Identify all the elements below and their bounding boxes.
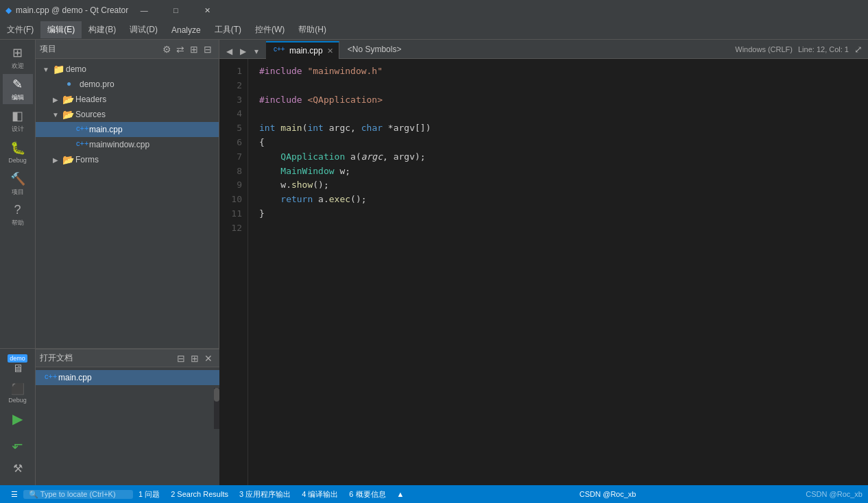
open-docs-scroll-area[interactable] (36, 388, 219, 443)
menu-tools[interactable]: 工具(T) (208, 21, 248, 38)
bottom-icon-demo[interactable]: demo 🖥 (3, 352, 33, 378)
tree-label-demo-pro: demo.pro (80, 79, 114, 89)
app-icon: ◆ (5, 5, 12, 15)
debug-screen-icon: ⬛ (11, 382, 25, 395)
open-doc-label: main.cpp (58, 373, 92, 382)
menu-controls[interactable]: 控件(W) (248, 21, 291, 38)
status-overview[interactable]: 6 概要信息 (343, 489, 391, 500)
folder-icon-demo: 📁 (53, 64, 64, 75)
collapse-button[interactable]: ⊟ (201, 42, 215, 56)
cpp-icon-open: c++ (45, 372, 56, 383)
hammer-icon: ⚒ (13, 462, 23, 475)
menu-help[interactable]: 帮助(H) (291, 21, 333, 38)
tab-nav-left: ◀ ▶ ▾ (219, 45, 266, 58)
editor-tabs-bar: ◀ ▶ ▾ c++ main.cpp ✕ <No Symbols> Window… (219, 40, 868, 59)
status-problems[interactable]: 1 问题 (133, 489, 165, 500)
editor-breadcrumb-bar: <No Symbols> Windows (CRLF) Line: 12, Co… (339, 40, 868, 58)
expand-button[interactable]: ⊞ (187, 42, 201, 56)
open-docs-panel: 打开文档 ⊟ ⊞ ✕ c++ main.cpp (36, 349, 219, 485)
menu-edit[interactable]: 编辑(E) (40, 21, 82, 38)
tab-back-button[interactable]: ◀ (222, 45, 236, 58)
line-numbers: 1 2 3 4 5 6 7 8 9 10 11 12 (219, 59, 248, 485)
open-doc-main-cpp[interactable]: c++ main.cpp (36, 370, 219, 385)
sidebar-item-design[interactable]: ◧ 设计 (3, 106, 33, 136)
tree-label-headers: Headers (75, 95, 106, 104)
tab-menu-button[interactable]: ▾ (250, 45, 263, 58)
left-panel: ⊞ 欢迎 ✎ 编辑 ◧ 设计 🐛 Debug 🔨 项目 (0, 40, 219, 485)
minimize-button[interactable]: — (128, 0, 160, 21)
menu-file[interactable]: 文件(F) (0, 21, 40, 38)
tab-main-cpp[interactable]: c++ main.cpp ✕ (266, 41, 339, 59)
statusbar: ☰ 🔍 Type to locate (Ctrl+K) 1 问题 2 Searc… (0, 485, 868, 503)
arrow-headers: ▶ (51, 96, 60, 103)
code-editor[interactable]: 1 2 3 4 5 6 7 8 9 10 11 12 #include "mai… (219, 59, 868, 485)
open-docs-expand-btn[interactable]: ⊞ (188, 352, 202, 365)
scroll-thumb[interactable] (214, 388, 219, 402)
title-text: main.cpp @ demo - Qt Creator (16, 5, 128, 15)
tree-item-main-cpp[interactable]: c++ main.cpp (36, 122, 219, 137)
breadcrumb-right: Windows (CRLF) Line: 12, Col: 1 ⤢ (735, 44, 863, 55)
sidebar-label-welcome: 欢迎 (12, 62, 24, 71)
sidebar-item-help[interactable]: ? 帮助 (3, 200, 33, 230)
design-icon: ◧ (12, 108, 23, 123)
status-app-output[interactable]: 3 应用程序输出 (234, 489, 296, 500)
status-up-arrow[interactable]: ▲ (391, 490, 410, 498)
menubar: 文件(F) 编辑(E) 构建(B) 调试(D) Analyze 工具(T) 控件… (0, 21, 868, 40)
sidebar-item-debug[interactable]: 🐛 Debug (3, 137, 33, 167)
menu-build[interactable]: 构建(B) (82, 21, 123, 38)
sidebar-item-edit[interactable]: ✎ 编辑 (3, 74, 33, 104)
status-search-results[interactable]: 2 Search Results (165, 490, 234, 498)
cpp-icon-mainwindow: c++ (76, 139, 87, 150)
status-compile-output[interactable]: 4 编译输出 (296, 489, 343, 500)
expand-editor-btn[interactable]: ⤢ (854, 44, 863, 55)
main-layout: ⊞ 欢迎 ✎ 编辑 ◧ 设计 🐛 Debug 🔨 项目 (0, 40, 868, 485)
status-panel-toggle[interactable]: ☰ (5, 490, 23, 499)
arrow-forms: ▶ (51, 156, 60, 164)
tab-close-button[interactable]: ✕ (327, 47, 333, 56)
build-button[interactable]: ⚒ (3, 458, 33, 481)
step-button[interactable]: ⬐ (3, 432, 33, 456)
tab-forward-button[interactable]: ▶ (236, 45, 250, 58)
sidebar-label-project: 项目 (12, 188, 24, 197)
arrow-demo: ▼ (41, 66, 51, 73)
open-docs-option-btn[interactable]: ⊟ (174, 352, 188, 365)
maximize-button[interactable]: □ (160, 0, 191, 21)
step-icon: ⬐ (12, 436, 23, 452)
project-tree: ▼ 📁 demo ● demo.pro ▶ 📂 Headers (36, 59, 219, 348)
watermark: CSDN @Roc_xb (579, 490, 636, 498)
sidebar-item-welcome[interactable]: ⊞ 欢迎 (3, 42, 33, 73)
screen-icon: 🖥 (12, 363, 23, 375)
breadcrumb-no-symbols[interactable]: <No Symbols> (345, 45, 405, 54)
demo-badge: demo (8, 354, 27, 363)
watermark-right: CSDN @Roc_xb (806, 490, 863, 498)
tree-item-mainwindow-cpp[interactable]: c++ mainwindow.cpp (36, 137, 219, 152)
open-docs-section: demo 🖥 ⬛ Debug ▶ ⬐ ⚒ (0, 348, 219, 485)
close-button[interactable]: ✕ (191, 0, 223, 21)
run-button[interactable]: ▶ (3, 408, 33, 431)
tree-item-forms[interactable]: ▶ 📂 Forms (36, 152, 219, 167)
project-panel-title: 项目 (40, 43, 160, 55)
open-docs-close-btn[interactable]: ✕ (202, 352, 215, 365)
menu-debug[interactable]: 调试(D) (123, 21, 165, 38)
sync-button[interactable]: ⇄ (173, 42, 187, 56)
sidebar-label-edit: 编辑 (12, 93, 24, 102)
sources-folder-icon: 📂 (62, 109, 73, 120)
tree-item-demo[interactable]: ▼ 📁 demo (36, 62, 219, 77)
menu-analyze[interactable]: Analyze (165, 23, 208, 38)
code-content[interactable]: #include "mainwindow.h" #include <QAppli… (248, 59, 868, 485)
titlebar: ◆ main.cpp @ demo - Qt Creator — □ ✕ (0, 0, 868, 21)
encoding-label[interactable]: Windows (CRLF) (735, 45, 793, 53)
tree-item-headers[interactable]: ▶ 📂 Headers (36, 92, 219, 107)
status-search-input[interactable]: 🔍 Type to locate (Ctrl+K) (23, 490, 133, 499)
position-label: Line: 12, Col: 1 (798, 45, 849, 53)
left-sidebar: ⊞ 欢迎 ✎ 编辑 ◧ 设计 🐛 Debug 🔨 项目 (0, 40, 36, 348)
help-icon: ? (14, 203, 21, 217)
bottom-icon-debug[interactable]: ⬛ Debug (3, 380, 33, 406)
tree-item-sources[interactable]: ▼ 📂 Sources (36, 107, 219, 122)
tree-label-mainwindow-cpp: mainwindow.cpp (89, 140, 149, 149)
tree-item-demo-pro[interactable]: ● demo.pro (36, 77, 219, 92)
sidebar-item-project[interactable]: 🔨 项目 (3, 169, 33, 199)
filter-button[interactable]: ⚙ (160, 42, 173, 56)
cpp-icon-main: c++ (76, 124, 87, 135)
editor-area: ◀ ▶ ▾ c++ main.cpp ✕ <No Symbols> Window… (219, 40, 868, 485)
